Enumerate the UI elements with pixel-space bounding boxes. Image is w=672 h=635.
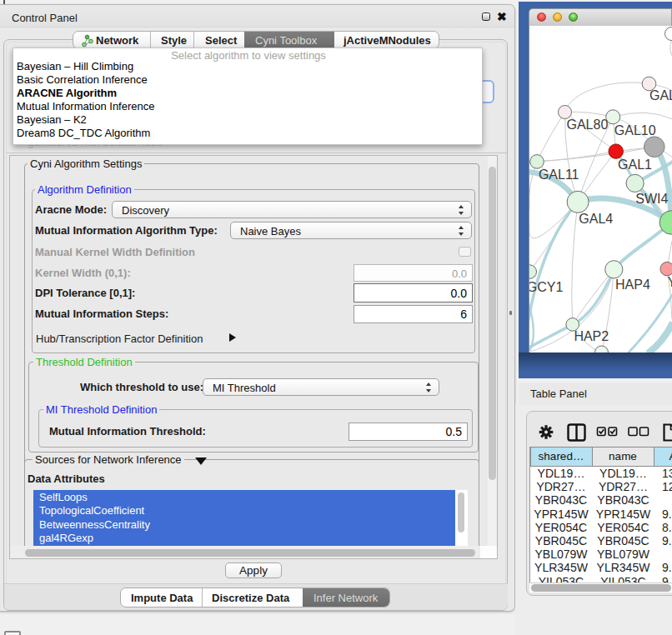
svg-text:Y: Y <box>668 275 672 289</box>
svg-text:HAP2: HAP2 <box>574 329 609 343</box>
svg-text:GAL11: GAL11 <box>539 168 579 182</box>
svg-text:HAP4: HAP4 <box>615 278 650 292</box>
svg-text:GAL10: GAL10 <box>614 123 656 138</box>
svg-text:GAL4: GAL4 <box>579 212 613 226</box>
svg-text:GAL80: GAL80 <box>567 118 609 132</box>
svg-text:GCY1: GCY1 <box>529 280 563 294</box>
svg-text:SWI4: SWI4 <box>635 192 668 206</box>
svg-text:GAL1: GAL1 <box>618 158 652 172</box>
svg-text:GAL: GAL <box>649 88 672 102</box>
